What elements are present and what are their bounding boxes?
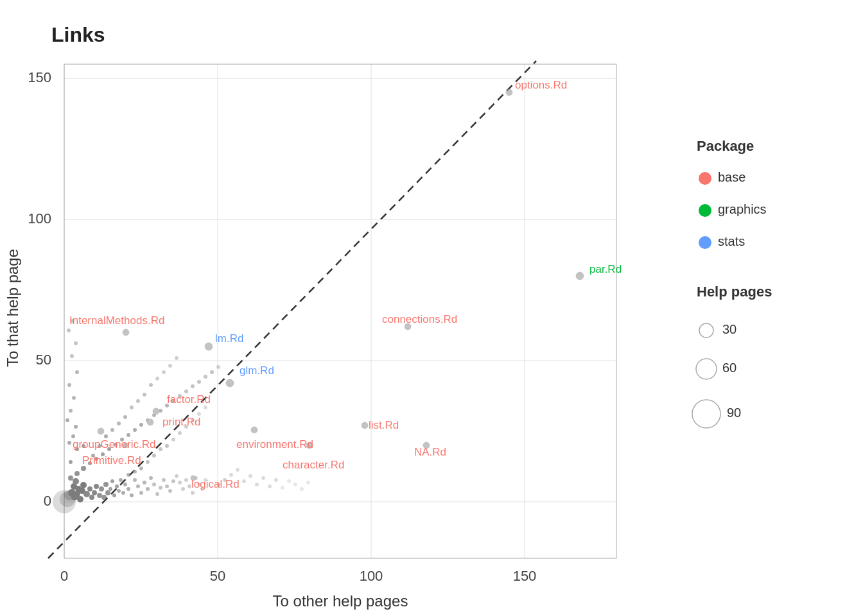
svg-point-160 (98, 428, 104, 434)
svg-point-64 (175, 474, 179, 478)
svg-point-93 (191, 384, 195, 388)
svg-point-84 (133, 428, 137, 432)
svg-rect-0 (0, 0, 863, 616)
svg-point-26 (77, 496, 83, 502)
svg-point-40 (105, 490, 110, 495)
svg-point-49 (126, 487, 130, 491)
svg-text:100: 100 (360, 568, 383, 584)
legend-base-dot (699, 172, 711, 185)
svg-point-120 (136, 399, 140, 403)
legend-size-60-label: 60 (722, 361, 737, 375)
svg-point-57 (152, 483, 156, 486)
label-options-rd: options.Rd (515, 79, 567, 91)
legend-size-30-label: 30 (722, 322, 737, 336)
legend-base-label: base (718, 170, 745, 184)
legend-graphics-label: graphics (718, 202, 767, 216)
svg-point-104 (65, 418, 69, 422)
svg-point-153 (300, 487, 304, 491)
svg-point-157 (226, 379, 234, 387)
svg-point-67 (184, 478, 188, 482)
svg-point-142 (229, 473, 233, 477)
svg-point-130 (146, 460, 150, 464)
svg-point-127 (126, 473, 130, 477)
svg-point-28 (80, 482, 87, 488)
svg-point-98 (69, 460, 73, 464)
svg-point-123 (155, 377, 159, 381)
label-glm-rd: glm.Rd (240, 364, 274, 377)
svg-point-75 (74, 471, 80, 476)
svg-point-43 (112, 493, 116, 497)
svg-point-62 (168, 489, 172, 493)
svg-point-146 (255, 483, 259, 486)
svg-point-109 (70, 354, 74, 358)
svg-point-66 (181, 487, 185, 491)
svg-point-151 (287, 479, 291, 483)
svg-point-35 (94, 484, 99, 489)
svg-point-108 (75, 370, 79, 374)
svg-point-134 (171, 438, 175, 441)
svg-point-46 (119, 478, 123, 482)
svg-point-52 (136, 484, 140, 488)
svg-point-156 (205, 343, 213, 350)
label-list-rd: list.Rd (369, 419, 399, 431)
label-character-rd: character.Rd (283, 459, 344, 471)
svg-point-111 (67, 329, 71, 332)
svg-point-155 (123, 329, 129, 336)
svg-point-60 (162, 478, 166, 482)
svg-point-97 (216, 365, 220, 369)
chart-title: Links (51, 23, 105, 46)
label-group-generic-rd: groupGeneric.Rd (73, 438, 155, 450)
legend-stats-dot (699, 236, 711, 249)
svg-point-33 (89, 495, 94, 500)
svg-point-94 (197, 380, 201, 384)
svg-point-125 (168, 364, 172, 368)
svg-point-143 (236, 468, 240, 472)
svg-text:100: 100 (28, 210, 51, 227)
svg-point-161 (251, 427, 257, 433)
svg-point-122 (149, 383, 153, 387)
label-internal-methods-rd: InternalMethods.Rd (69, 314, 164, 327)
svg-text:50: 50 (210, 568, 225, 584)
svg-point-95 (204, 375, 207, 379)
svg-point-76 (81, 466, 86, 471)
svg-point-85 (139, 423, 143, 427)
svg-point-106 (72, 396, 76, 400)
svg-point-158 (153, 408, 159, 415)
svg-point-131 (152, 454, 156, 458)
svg-point-54 (143, 481, 146, 484)
svg-point-48 (123, 483, 127, 486)
svg-point-139 (204, 406, 207, 409)
y-axis-label: To that help page (4, 249, 21, 367)
svg-point-150 (281, 486, 284, 490)
package-legend-title: Package (697, 138, 754, 154)
svg-text:50: 50 (36, 352, 51, 368)
svg-point-59 (159, 486, 162, 490)
svg-point-45 (117, 489, 121, 493)
svg-point-51 (133, 478, 137, 482)
svg-point-56 (149, 476, 153, 480)
svg-point-61 (165, 484, 169, 488)
svg-point-83 (126, 433, 130, 437)
svg-point-37 (99, 486, 104, 492)
legend-size-90-label: 90 (727, 406, 741, 420)
svg-point-38 (101, 495, 107, 500)
label-primitive-rd: Primitive.Rd (82, 454, 141, 466)
legend-stats-label: stats (718, 234, 745, 248)
x-axis-label: To other help pages (273, 592, 408, 610)
svg-point-116 (110, 428, 114, 432)
chart-container: Links (0, 0, 863, 616)
svg-point-117 (117, 422, 121, 425)
svg-point-36 (97, 493, 102, 498)
label-connections-rd: connections.Rd (382, 313, 457, 325)
svg-point-129 (139, 466, 143, 470)
svg-point-154 (306, 481, 310, 484)
svg-point-58 (155, 492, 159, 496)
svg-point-135 (178, 431, 182, 435)
svg-point-44 (115, 484, 119, 488)
label-environment-rd: environment.Rd (236, 438, 313, 450)
label-na-rd: NA.Rd (414, 446, 446, 458)
svg-point-50 (130, 493, 134, 497)
svg-point-126 (175, 356, 179, 360)
svg-point-101 (67, 441, 71, 445)
svg-point-105 (69, 409, 73, 413)
